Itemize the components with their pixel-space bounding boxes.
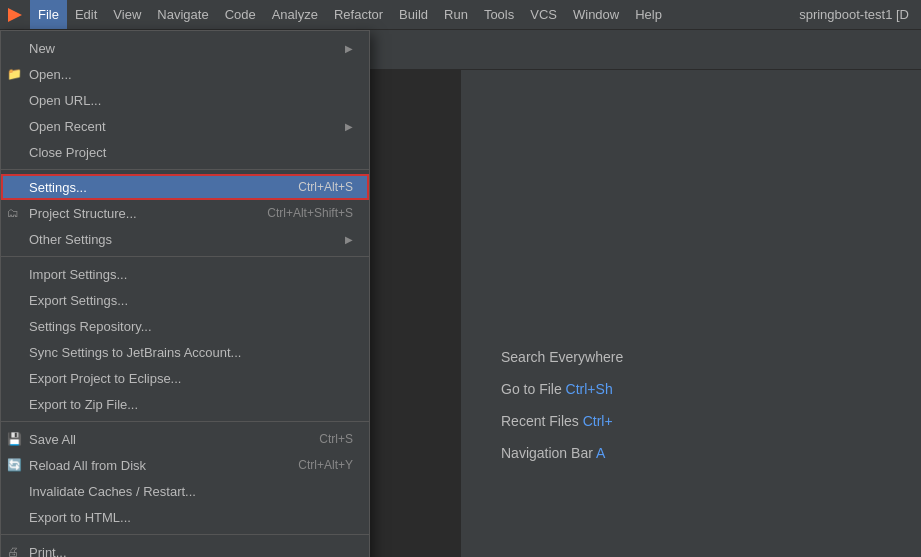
- menu-item-export-eclipse-label: Export Project to Eclipse...: [29, 371, 353, 386]
- menu-group-5: 🖨 Print...: [1, 535, 369, 557]
- nav-bar-key: A: [596, 445, 605, 461]
- menu-vcs[interactable]: VCS: [522, 0, 565, 29]
- menu-bar: File Edit View Navigate Code Analyze Ref…: [0, 0, 921, 30]
- other-settings-arrow: ▶: [345, 234, 353, 245]
- menu-item-project-structure-label: Project Structure...: [29, 206, 251, 221]
- menu-item-export-html-label: Export to HTML...: [29, 510, 353, 525]
- nav-bar-label: Navigation Bar: [501, 445, 596, 461]
- menu-item-open[interactable]: 📁 Open...: [1, 61, 369, 87]
- menu-help[interactable]: Help: [627, 0, 670, 29]
- menu-item-print[interactable]: 🖨 Print...: [1, 539, 369, 557]
- menu-item-sync-settings-label: Sync Settings to JetBrains Account...: [29, 345, 353, 360]
- menu-item-sync-settings[interactable]: Sync Settings to JetBrains Account...: [1, 339, 369, 365]
- new-submenu-arrow: ▶: [345, 43, 353, 54]
- menu-item-settings-repo-label: Settings Repository...: [29, 319, 353, 334]
- menu-item-settings-repo[interactable]: Settings Repository...: [1, 313, 369, 339]
- menu-group-2: Settings... Ctrl+Alt+S 🗂 Project Structu…: [1, 170, 369, 257]
- menu-item-reload-disk-label: Reload All from Disk: [29, 458, 282, 473]
- file-dropdown-menu: New ▶ 📁 Open... Open URL... Open Recent …: [0, 30, 370, 557]
- recent-files-label: Recent Files: [501, 413, 583, 429]
- menu-group-4: 💾 Save All Ctrl+S 🔄 Reload All from Disk…: [1, 422, 369, 535]
- search-everywhere-hint: Search Everywhere: [501, 349, 921, 365]
- menu-item-export-zip-label: Export to Zip File...: [29, 397, 353, 412]
- menu-item-open-url[interactable]: Open URL...: [1, 87, 369, 113]
- save-all-icon: 💾: [7, 432, 22, 446]
- goto-file-hint: Go to File Ctrl+Sh: [501, 381, 921, 397]
- open-folder-icon: 📁: [7, 67, 22, 81]
- menu-item-import-settings-label: Import Settings...: [29, 267, 353, 282]
- menu-view[interactable]: View: [105, 0, 149, 29]
- menu-item-project-structure[interactable]: 🗂 Project Structure... Ctrl+Alt+Shift+S: [1, 200, 369, 226]
- menu-item-save-all-label: Save All: [29, 432, 303, 447]
- menu-item-export-settings-label: Export Settings...: [29, 293, 353, 308]
- menu-item-save-all-shortcut: Ctrl+S: [319, 432, 353, 446]
- menu-item-new[interactable]: New ▶: [1, 35, 369, 61]
- open-recent-arrow: ▶: [345, 121, 353, 132]
- menu-edit[interactable]: Edit: [67, 0, 105, 29]
- menu-window[interactable]: Window: [565, 0, 627, 29]
- menu-item-open-label: Open...: [29, 67, 353, 82]
- menu-item-other-settings-label: Other Settings: [29, 232, 337, 247]
- menu-refactor[interactable]: Refactor: [326, 0, 391, 29]
- menu-item-invalidate-caches[interactable]: Invalidate Caches / Restart...: [1, 478, 369, 504]
- menu-item-open-url-label: Open URL...: [29, 93, 353, 108]
- menu-code[interactable]: Code: [217, 0, 264, 29]
- menu-item-close-project[interactable]: Close Project: [1, 139, 369, 165]
- search-everywhere-label: Search Everywhere: [501, 349, 623, 365]
- menu-item-close-project-label: Close Project: [29, 145, 353, 160]
- menu-item-reload-disk-shortcut: Ctrl+Alt+Y: [298, 458, 353, 472]
- shortcut-hints-panel: Search Everywhere Go to File Ctrl+Sh Rec…: [461, 70, 921, 557]
- menu-group-1: New ▶ 📁 Open... Open URL... Open Recent …: [1, 31, 369, 170]
- menu-item-settings[interactable]: Settings... Ctrl+Alt+S: [1, 174, 369, 200]
- menu-item-new-label: New: [29, 41, 337, 56]
- menu-analyze[interactable]: Analyze: [264, 0, 326, 29]
- menu-item-export-settings[interactable]: Export Settings...: [1, 287, 369, 313]
- print-icon: 🖨: [7, 545, 19, 557]
- menu-navigate[interactable]: Navigate: [149, 0, 216, 29]
- reload-icon: 🔄: [7, 458, 22, 472]
- menu-item-open-recent-label: Open Recent: [29, 119, 337, 134]
- recent-files-key: Ctrl+: [583, 413, 613, 429]
- nav-bar-hint: Navigation Bar A: [501, 445, 921, 461]
- recent-files-hint: Recent Files Ctrl+: [501, 413, 921, 429]
- menu-item-settings-label: Settings...: [29, 180, 282, 195]
- menu-item-settings-shortcut: Ctrl+Alt+S: [298, 180, 353, 194]
- menu-item-invalidate-caches-label: Invalidate Caches / Restart...: [29, 484, 353, 499]
- menu-item-reload-disk[interactable]: 🔄 Reload All from Disk Ctrl+Alt+Y: [1, 452, 369, 478]
- goto-file-label: Go to File: [501, 381, 566, 397]
- svg-marker-0: [8, 8, 22, 22]
- menu-item-export-zip[interactable]: Export to Zip File...: [1, 391, 369, 417]
- goto-file-key: Ctrl+Sh: [566, 381, 613, 397]
- menu-item-import-settings[interactable]: Import Settings...: [1, 261, 369, 287]
- menu-item-project-structure-shortcut: Ctrl+Alt+Shift+S: [267, 206, 353, 220]
- menu-build[interactable]: Build: [391, 0, 436, 29]
- project-structure-icon: 🗂: [7, 206, 19, 220]
- menu-item-other-settings[interactable]: Other Settings ▶: [1, 226, 369, 252]
- menu-item-print-label: Print...: [29, 545, 353, 558]
- menu-file[interactable]: File: [30, 0, 67, 29]
- menu-tools[interactable]: Tools: [476, 0, 522, 29]
- app-icon: [4, 4, 26, 26]
- window-title: springboot-test1 [D: [799, 7, 917, 22]
- menu-item-export-html[interactable]: Export to HTML...: [1, 504, 369, 530]
- menu-item-save-all[interactable]: 💾 Save All Ctrl+S: [1, 426, 369, 452]
- menu-item-export-eclipse[interactable]: Export Project to Eclipse...: [1, 365, 369, 391]
- menu-group-3: Import Settings... Export Settings... Se…: [1, 257, 369, 422]
- menu-item-open-recent[interactable]: Open Recent ▶: [1, 113, 369, 139]
- menu-run[interactable]: Run: [436, 0, 476, 29]
